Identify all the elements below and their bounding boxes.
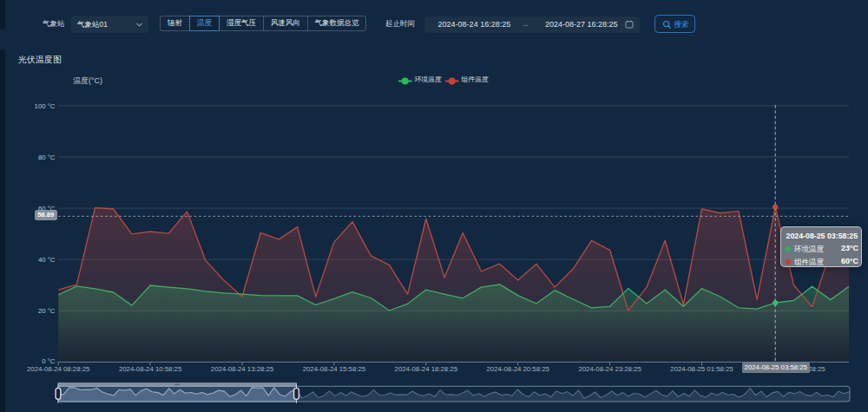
svg-text:2024-08-24 15:58:25: 2024-08-24 15:58:25 bbox=[303, 365, 366, 373]
svg-text:2024-08-24 10:58:25: 2024-08-24 10:58:25 bbox=[119, 365, 182, 373]
svg-text:2024-08-24 20:58:25: 2024-08-24 20:58:25 bbox=[486, 365, 549, 373]
svg-text:2024-08-24 13:28:25: 2024-08-24 13:28:25 bbox=[211, 365, 274, 373]
svg-text:100 °C: 100 °C bbox=[35, 102, 56, 110]
svg-text:2024-08-24 23:28:25: 2024-08-24 23:28:25 bbox=[578, 365, 641, 373]
svg-text:2024-08-24 18:28:25: 2024-08-24 18:28:25 bbox=[395, 365, 458, 373]
svg-text:2024-08-25 01:58:25: 2024-08-25 01:58:25 bbox=[670, 365, 733, 373]
svg-text:2024-08-24 08:28:25: 2024-08-24 08:28:25 bbox=[27, 365, 90, 373]
svg-text:40 °C: 40 °C bbox=[38, 256, 56, 264]
svg-text:20 °C: 20 °C bbox=[38, 307, 56, 315]
svg-text:80 °C: 80 °C bbox=[38, 154, 56, 161]
